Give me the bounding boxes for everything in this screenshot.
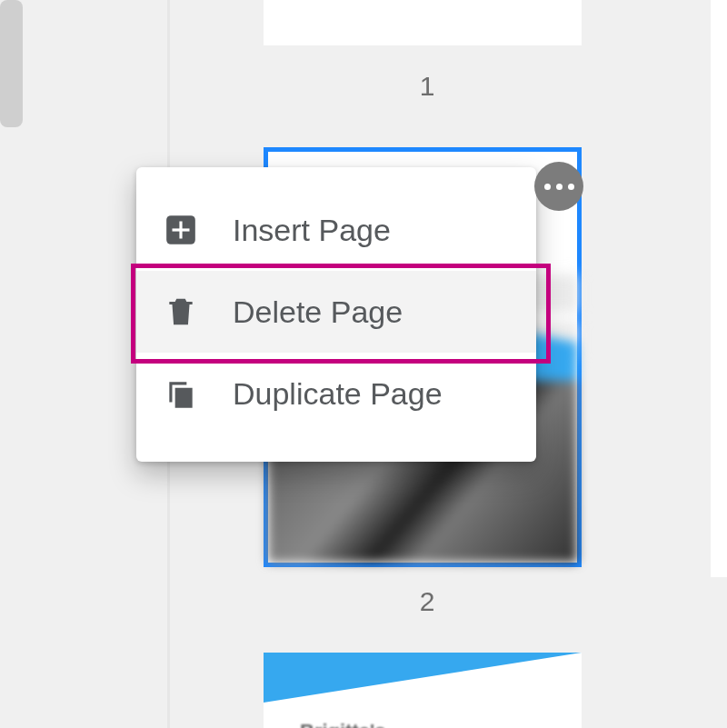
page-number-2: 2 bbox=[264, 586, 591, 617]
page-more-button[interactable] bbox=[534, 162, 583, 211]
svg-rect-2 bbox=[173, 228, 190, 231]
menu-item-label: Insert Page bbox=[233, 213, 391, 248]
menu-item-insert-page[interactable]: Insert Page bbox=[136, 189, 536, 271]
scrollbar-right[interactable] bbox=[711, 0, 727, 577]
menu-item-delete-page[interactable]: Delete Page bbox=[136, 271, 536, 353]
menu-item-label: Delete Page bbox=[233, 294, 403, 330]
more-icon bbox=[544, 184, 551, 190]
page-panel: 1 2 Brigitte's Insert Page bbox=[0, 0, 727, 728]
menu-item-duplicate-page[interactable]: Duplicate Page bbox=[136, 353, 536, 434]
thumbnail-triangle bbox=[264, 653, 582, 703]
page-thumbnail-3[interactable]: Brigitte's bbox=[264, 653, 582, 728]
scrollbar-left[interactable] bbox=[0, 0, 23, 127]
more-icon bbox=[556, 184, 563, 190]
plus-icon bbox=[162, 211, 200, 249]
page-context-menu: Insert Page Delete Page Duplicate Page bbox=[136, 167, 536, 462]
duplicate-icon bbox=[162, 374, 200, 413]
thumbnail-title: Brigitte's bbox=[300, 720, 385, 728]
page-thumbnail-1[interactable] bbox=[264, 0, 582, 45]
menu-item-label: Duplicate Page bbox=[233, 376, 443, 412]
more-icon bbox=[568, 184, 574, 190]
page-number-1: 1 bbox=[264, 71, 591, 102]
trash-icon bbox=[162, 293, 200, 331]
